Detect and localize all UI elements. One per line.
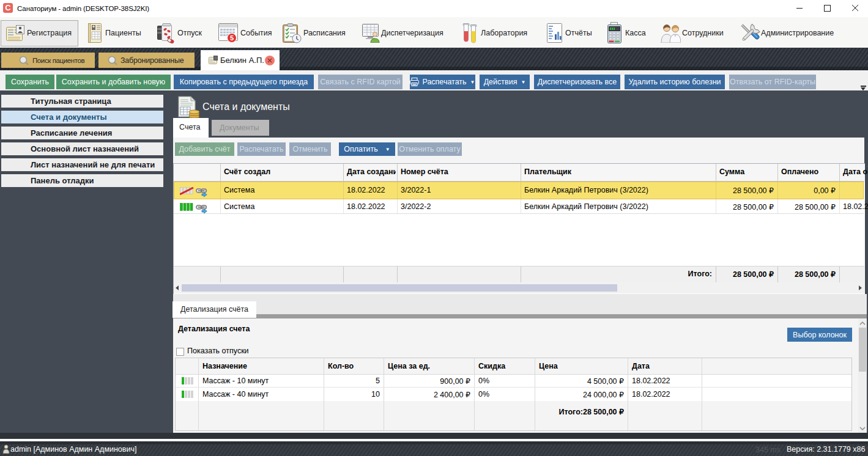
- svg-text:5: 5: [230, 34, 234, 42]
